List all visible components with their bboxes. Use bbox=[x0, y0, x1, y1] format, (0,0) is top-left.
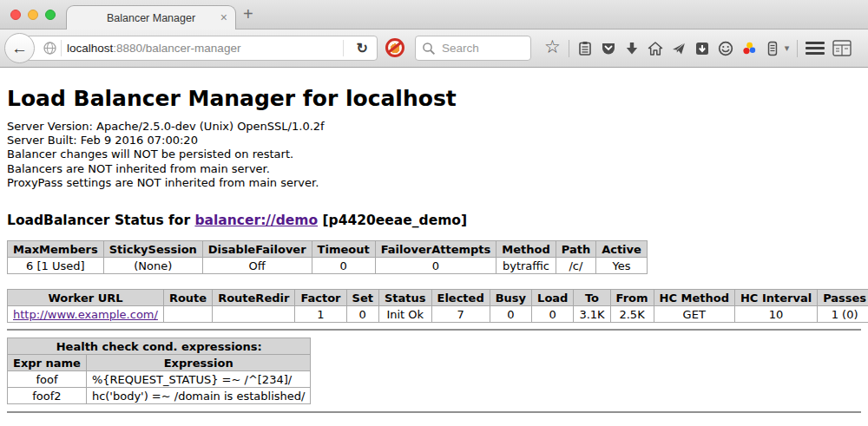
window-minimize-button[interactable] bbox=[28, 10, 38, 20]
emoji-icon[interactable] bbox=[718, 41, 733, 56]
send-tab-icon[interactable] bbox=[671, 41, 687, 56]
hc-expressions-table: Health check cond. expressions: Expr nam… bbox=[7, 338, 311, 404]
site-identity-globe-icon bbox=[43, 42, 56, 55]
worker-row: http://www.example.com/ 1 0 Init Ok 7 0 … bbox=[8, 306, 868, 323]
menu-icon[interactable] bbox=[806, 42, 825, 55]
search-input[interactable] bbox=[440, 38, 527, 57]
persist-note-line: Balancer changes will NOT be persisted o… bbox=[7, 147, 861, 161]
plugin-block-icon[interactable] bbox=[385, 38, 404, 57]
reading-list-icon[interactable] bbox=[577, 41, 593, 56]
back-button[interactable]: ← bbox=[4, 33, 35, 63]
status-heading: LoadBalancer Status for balancer://demo … bbox=[7, 213, 861, 228]
color-dots-icon[interactable] bbox=[741, 41, 757, 56]
table-header-row: Expr name Expression bbox=[8, 355, 311, 371]
tab-balancer-manager[interactable]: Balancer Manager × bbox=[66, 5, 236, 29]
worker-table: Worker URL Route RouteRedir Factor Set S… bbox=[7, 289, 868, 323]
balancer-demo-link[interactable]: balancer://demo bbox=[194, 213, 318, 228]
search-icon bbox=[422, 42, 436, 56]
tab-close-icon[interactable]: × bbox=[220, 10, 227, 24]
bottom-rule bbox=[7, 411, 861, 413]
table-row: foof2 hc('body') =~ /domain is establish… bbox=[8, 388, 311, 404]
worker-url-link[interactable]: http://www.example.com/ bbox=[13, 308, 158, 321]
downloads-icon[interactable] bbox=[624, 41, 640, 56]
urlbar-divider bbox=[343, 40, 344, 56]
pocket-icon[interactable] bbox=[601, 41, 616, 56]
browser-chrome: Balancer Manager × + ← localhost:8880/ba… bbox=[0, 0, 868, 68]
tab-bar: Balancer Manager × + bbox=[0, 0, 868, 29]
urlbar-divider bbox=[61, 40, 62, 56]
table-header-row: Worker URL Route RouteRedir Factor Set S… bbox=[8, 290, 868, 306]
home-icon[interactable] bbox=[648, 41, 663, 56]
toolbar-divider bbox=[569, 40, 569, 57]
navigation-toolbar: ← localhost:8880/balancer-manager ↻ ☆ bbox=[0, 29, 868, 68]
toolbar-divider bbox=[797, 40, 798, 57]
server-built-line: Server Built: Feb 9 2016 07:00:20 bbox=[7, 134, 861, 147]
server-version-line: Server Version: Apache/2.5.0-dev (Unix) … bbox=[7, 120, 861, 134]
bookmark-star-icon[interactable]: ☆ bbox=[544, 39, 561, 55]
overflow-caret-icon[interactable]: ▾ bbox=[785, 43, 790, 54]
table-header-row: MaxMembers StickySession DisableFailover… bbox=[8, 241, 648, 258]
table-title-row: Health check cond. expressions: bbox=[8, 338, 311, 355]
window-zoom-button[interactable] bbox=[45, 10, 56, 20]
separator-rule bbox=[7, 329, 861, 331]
reload-icon[interactable]: ↻ bbox=[357, 36, 368, 60]
table-row: foof %{REQUEST_STATUS} =~ /^[234]/ bbox=[8, 371, 311, 388]
proxypass-note-line: ProxyPass settings are NOT inherited fro… bbox=[7, 176, 861, 190]
hc-table-title: Health check cond. expressions: bbox=[8, 338, 311, 355]
search-box[interactable] bbox=[415, 36, 531, 61]
new-tab-button[interactable]: + bbox=[243, 4, 253, 24]
url-bar[interactable]: localhost:8880/balancer-manager ↻ bbox=[19, 36, 378, 61]
page-title: Load Balancer Manager for localhost bbox=[7, 86, 861, 111]
window-controls bbox=[10, 10, 56, 20]
container-icon[interactable] bbox=[765, 41, 780, 56]
save-box-icon[interactable] bbox=[694, 41, 710, 56]
url-text: localhost:8880/balancer-manager bbox=[67, 36, 240, 60]
window-close-button[interactable] bbox=[10, 10, 21, 20]
balancer-params-table: MaxMembers StickySession DisableFailover… bbox=[7, 240, 648, 274]
tab-title: Balancer Manager bbox=[107, 12, 195, 24]
tab-tiles-icon[interactable] bbox=[832, 40, 852, 56]
toolbar-buttons: ☆ bbox=[544, 29, 852, 67]
inherit-note-line: Balancers are NOT inherited from main se… bbox=[7, 162, 861, 176]
balancer-manager-page: Load Balancer Manager for localhost Serv… bbox=[0, 86, 868, 413]
server-info: Server Version: Apache/2.5.0-dev (Unix) … bbox=[7, 120, 861, 190]
table-row: 6 [1 Used] (None) Off 0 0 bytraffic /c/ … bbox=[8, 258, 648, 274]
